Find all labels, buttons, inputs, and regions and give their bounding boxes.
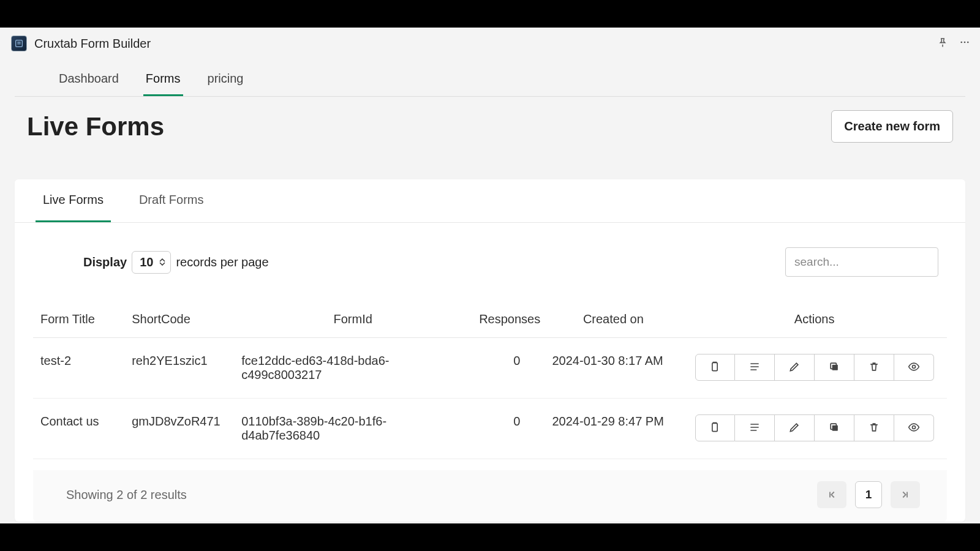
action-edit-button[interactable] bbox=[775, 354, 815, 381]
clipboard-icon bbox=[709, 361, 721, 375]
nav-tab-forms[interactable]: Forms bbox=[143, 66, 183, 96]
sub-tabs: Live Forms Draft Forms bbox=[15, 179, 965, 223]
action-copy-button[interactable] bbox=[815, 354, 854, 381]
svg-rect-9 bbox=[832, 425, 837, 430]
cell-title: test-2 bbox=[33, 338, 124, 399]
page-title: Live Forms bbox=[27, 112, 164, 141]
action-trash-button[interactable] bbox=[854, 414, 894, 441]
action-edit-button[interactable] bbox=[775, 414, 815, 441]
cell-formid: 0110bf3a-389b-4c20-b1f6-d4ab7fe36840 bbox=[234, 399, 472, 459]
svg-point-11 bbox=[912, 425, 915, 429]
select-arrows-icon bbox=[159, 258, 165, 266]
pager-first-button[interactable] bbox=[817, 481, 846, 508]
copy-icon bbox=[828, 361, 840, 375]
pager-page-1[interactable]: 1 bbox=[855, 481, 882, 508]
action-trash-button[interactable] bbox=[854, 354, 894, 381]
svg-point-2 bbox=[964, 42, 966, 43]
display-count-select[interactable]: 10 bbox=[132, 251, 171, 274]
create-form-button[interactable]: Create new form bbox=[831, 110, 953, 143]
cell-formid: fce12ddc-ed63-418d-bda6-c499c8003217 bbox=[234, 338, 472, 399]
cell-shortcode: reh2YE1szic1 bbox=[124, 338, 234, 399]
table-row: test-2reh2YE1szic1fce12ddc-ed63-418d-bda… bbox=[33, 338, 947, 399]
action-clipboard-button[interactable] bbox=[695, 354, 735, 381]
results-text: Showing 2 of 2 results bbox=[66, 488, 187, 502]
cell-title: Contact us bbox=[33, 399, 124, 459]
app-title: Cruxtab Form Builder bbox=[34, 37, 151, 51]
display-suffix: records per page bbox=[176, 255, 268, 269]
eye-icon bbox=[908, 421, 920, 435]
more-icon[interactable] bbox=[959, 37, 970, 50]
edit-icon bbox=[788, 361, 801, 375]
edit-icon bbox=[788, 421, 801, 435]
cell-created: 2024-01-29 8:47 PM bbox=[545, 399, 682, 459]
trash-icon bbox=[868, 361, 880, 375]
sub-tab-draft-forms[interactable]: Draft Forms bbox=[132, 179, 211, 222]
display-controls: Display 10 records per page bbox=[83, 251, 269, 274]
action-clipboard-button[interactable] bbox=[695, 414, 735, 441]
action-eye-button[interactable] bbox=[894, 414, 934, 441]
clipboard-icon bbox=[709, 421, 721, 435]
search-input[interactable] bbox=[785, 247, 938, 277]
titlebar: Cruxtab Form Builder bbox=[0, 28, 980, 59]
svg-rect-8 bbox=[712, 423, 717, 431]
table-footer: Showing 2 of 2 results 1 bbox=[33, 470, 947, 522]
svg-point-3 bbox=[967, 42, 969, 43]
app-logo-icon bbox=[11, 36, 27, 51]
eye-icon bbox=[908, 361, 920, 375]
copy-icon bbox=[828, 421, 840, 435]
pager: 1 bbox=[817, 481, 920, 508]
svg-rect-4 bbox=[712, 362, 717, 370]
cell-actions bbox=[682, 399, 947, 459]
action-list-button[interactable] bbox=[735, 354, 775, 381]
trash-icon bbox=[868, 421, 880, 435]
th-actions: Actions bbox=[682, 301, 947, 338]
pager-last-button[interactable] bbox=[891, 481, 920, 508]
cell-responses: 0 bbox=[472, 399, 545, 459]
sub-tab-live-forms[interactable]: Live Forms bbox=[36, 179, 111, 222]
svg-point-7 bbox=[912, 365, 915, 368]
nav-tab-pricing[interactable]: pricing bbox=[205, 66, 246, 96]
action-copy-button[interactable] bbox=[815, 414, 854, 441]
nav-tab-dashboard[interactable]: Dashboard bbox=[56, 66, 121, 96]
th-form-title: Form Title bbox=[33, 301, 124, 338]
action-list-button[interactable] bbox=[735, 414, 775, 441]
pin-icon[interactable] bbox=[937, 37, 948, 50]
cell-shortcode: gmJD8vZoR471 bbox=[124, 399, 234, 459]
display-count-value: 10 bbox=[140, 255, 153, 269]
list-icon bbox=[748, 361, 761, 375]
cell-responses: 0 bbox=[472, 338, 545, 399]
svg-point-1 bbox=[960, 42, 962, 43]
main-nav: Dashboard Forms pricing bbox=[15, 66, 965, 97]
svg-rect-5 bbox=[832, 364, 837, 370]
th-responses: Responses bbox=[472, 301, 545, 338]
display-prefix: Display bbox=[83, 255, 127, 269]
forms-table: Form Title ShortCode FormId Responses Cr… bbox=[33, 301, 947, 459]
cell-actions bbox=[682, 338, 947, 399]
list-icon bbox=[748, 421, 761, 435]
cell-created: 2024-01-30 8:17 AM bbox=[545, 338, 682, 399]
th-formid: FormId bbox=[234, 301, 472, 338]
th-shortcode: ShortCode bbox=[124, 301, 234, 338]
th-created: Created on bbox=[545, 301, 682, 338]
forms-card: Live Forms Draft Forms Display 10 record… bbox=[15, 179, 965, 522]
table-row: Contact usgmJD8vZoR4710110bf3a-389b-4c20… bbox=[33, 399, 947, 459]
action-eye-button[interactable] bbox=[894, 354, 934, 381]
